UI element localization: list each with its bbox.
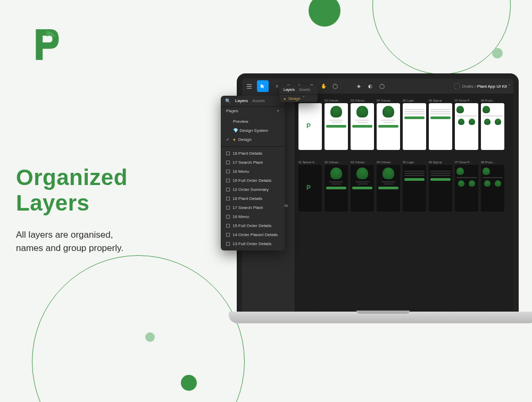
artboard-label: 03 Onboar... <box>351 161 374 164</box>
artboard[interactable]: 08 Produ... <box>481 99 504 150</box>
artboard[interactable]: 05 Login <box>403 161 426 212</box>
move-tool-icon[interactable] <box>257 80 269 92</box>
artboard-label: 06 Signup <box>429 99 452 102</box>
design-page-row[interactable]: ● Design ˅ <box>279 95 318 102</box>
artboard-screen: P <box>298 165 322 212</box>
layer-row[interactable]: 18 Plant Details <box>221 149 285 158</box>
artboard-label: 03 Onboar... <box>351 99 374 102</box>
page-title: Organized Layers <box>16 165 128 216</box>
tab-layers[interactable]: Layers <box>235 98 248 104</box>
artboard-screen <box>455 165 478 212</box>
artboard-screen <box>403 103 426 150</box>
artboard-screen <box>429 165 452 212</box>
layer-row[interactable]: 17 Search Plant <box>221 203 285 212</box>
layer-row[interactable]: 14 Order Placed Details <box>221 230 285 239</box>
artboard-screen <box>325 103 348 150</box>
artboard-screen: P <box>298 103 322 150</box>
decoration-ring <box>372 0 511 74</box>
artboard-screen <box>377 103 400 150</box>
page-row[interactable]: 💎 Design System <box>221 126 285 135</box>
decoration-dot <box>145 332 155 342</box>
artboard[interactable]: 07 Home P... <box>455 99 478 150</box>
tab-assets[interactable]: Assets <box>299 88 310 91</box>
layer-row[interactable]: 15 Full Order Details <box>221 176 285 185</box>
page-row[interactable]: Preview <box>221 117 285 126</box>
artboard-label: 05 Login <box>403 99 426 102</box>
artboard-screen <box>377 165 400 212</box>
hand-tool-icon[interactable]: ✋ <box>320 82 327 90</box>
artboard-screen <box>481 165 504 212</box>
artboard-screen <box>403 165 426 212</box>
tab-layers[interactable]: Layers <box>284 88 295 91</box>
artboard-label: 06 Signup <box>429 161 452 164</box>
comment-tool-icon[interactable]: ◯ <box>331 82 339 90</box>
layer-row[interactable]: 12 Order Summary <box>221 185 285 194</box>
layer-row[interactable]: 13 Full Order Details <box>221 239 285 248</box>
pages-label: Pages <box>226 108 238 113</box>
layer-row[interactable]: 17 Search Plant <box>221 158 285 167</box>
decoration-ring <box>32 255 245 402</box>
mask-icon[interactable]: ◐ <box>367 82 374 90</box>
avatar-icon[interactable] <box>454 83 460 89</box>
artboard[interactable]: 03 Onboar... <box>351 161 374 212</box>
artboard[interactable]: 07 Home P... <box>455 161 478 212</box>
artboard[interactable]: 03 Onboar... <box>351 99 374 150</box>
artboard[interactable]: 05 Login <box>403 99 426 150</box>
floating-layers-panel: 🔍 Layers Assets Pages + Preview💎 Design … <box>221 96 285 250</box>
artboard-screen <box>455 103 478 150</box>
artboard-screen <box>325 165 348 212</box>
artboard[interactable]: 08 Produ... <box>481 161 504 212</box>
page-row[interactable]: ✓● Design <box>221 135 285 144</box>
component-icon[interactable]: ◈ <box>355 82 362 90</box>
tab-assets[interactable]: Assets <box>252 98 265 104</box>
layer-row[interactable]: 16 Menu <box>221 212 285 221</box>
artboard[interactable]: 02 Onboar... <box>325 99 348 150</box>
brand-logo <box>32 27 61 61</box>
artboard[interactable]: 02 Onboar... <box>325 161 348 212</box>
add-page-icon[interactable]: + <box>277 108 279 113</box>
artboard[interactable]: 01 Splash S...P <box>298 99 322 150</box>
artboard[interactable]: 04 Onboar... <box>377 99 400 150</box>
figma-canvas[interactable]: 01 Splash S...P02 Onboar...03 Onboar...0… <box>295 94 513 313</box>
boolean-icon[interactable]: ◯ <box>378 82 386 90</box>
layer-row[interactable]: 16 Menu <box>221 167 285 176</box>
decoration-circle <box>181 375 197 391</box>
artboard-label: 01 Splash S... <box>298 161 322 164</box>
layer-row[interactable]: 18 Plant Details <box>221 194 285 203</box>
artboard-screen <box>429 103 452 150</box>
artboard[interactable]: 01 Splash S...P <box>298 161 322 212</box>
page-subtitle: All layers are organised, names and grou… <box>16 229 123 255</box>
artboard-label: 02 Onboar... <box>325 99 348 102</box>
artboard-label: 04 Onboar... <box>377 99 400 102</box>
layer-row[interactable]: 15 Full Order Details <box>221 221 285 230</box>
project-path[interactable]: Drafts / Plant App UI Kit ˅ <box>462 84 510 89</box>
laptop-notch <box>356 311 410 314</box>
artboard-screen <box>481 103 504 150</box>
figma-menu-icon[interactable] <box>245 82 253 90</box>
artboard-label: 02 Onboar... <box>325 161 348 164</box>
artboard-label: 08 Produ... <box>481 99 504 102</box>
artboard-label: 07 Home P... <box>455 161 478 164</box>
artboard-screen <box>351 103 374 150</box>
artboard-label: 05 Login <box>403 161 426 164</box>
decoration-dot <box>492 48 503 58</box>
floating-layers-panel-small: Layers Assets ● Design ˅ <box>279 85 318 102</box>
artboard[interactable]: 06 Signup <box>429 161 452 212</box>
artboard[interactable]: 06 Signup <box>429 99 452 150</box>
artboard-label: 08 Produ... <box>481 161 504 164</box>
artboard[interactable]: 04 Onboar... <box>377 161 400 212</box>
decoration-circle <box>309 0 340 27</box>
artboard-label: 04 Onboar... <box>377 161 400 164</box>
artboard-screen <box>351 165 374 212</box>
artboard-label: 07 Home P... <box>455 99 478 102</box>
